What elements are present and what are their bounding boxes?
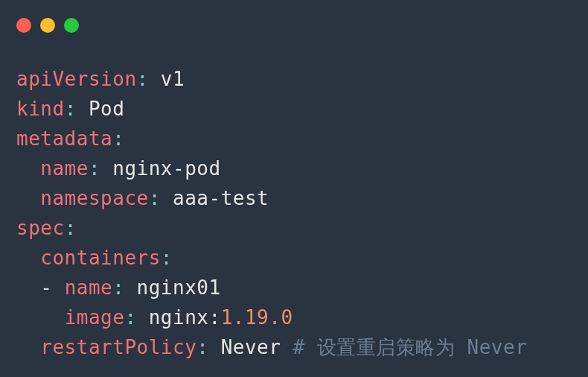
yaml-value-image-name: nginx: — [149, 306, 221, 329]
yaml-key: restartPolicy — [40, 336, 196, 358]
yaml-key: metadata — [16, 127, 112, 150]
code-line: restartPolicy: Never # 设置重启策略为 Never — [16, 332, 572, 362]
yaml-key: image — [65, 306, 125, 329]
yaml-key: spec — [16, 217, 65, 239]
code-line: image: nginx:1.19.0 — [16, 302, 572, 332]
yaml-key: kind — [16, 98, 65, 120]
code-line: apiVersion: v1 — [16, 64, 572, 94]
yaml-value: Pod — [89, 98, 124, 120]
code-line: namespace: aaa-test — [16, 183, 572, 213]
code-line: - name: nginx01 — [16, 273, 572, 302]
code-block: apiVersion: v1kind: Podmetadata: name: n… — [0, 42, 588, 362]
yaml-value-image-version: 1.19.0 — [221, 306, 293, 329]
code-line: kind: Pod — [16, 94, 572, 124]
yaml-key: apiVersion — [16, 68, 137, 90]
minimize-dot-icon[interactable] — [40, 18, 55, 33]
yaml-value: v1 — [161, 68, 185, 90]
code-line: spec: — [16, 213, 572, 243]
yaml-value: nginx-pod — [112, 157, 220, 180]
close-dot-icon[interactable] — [16, 18, 31, 33]
yaml-key: name — [65, 276, 113, 299]
window-titlebar — [0, 0, 588, 42]
yaml-comment: # 设置重启策略为 Never — [293, 336, 528, 358]
yaml-key: containers — [40, 247, 161, 269]
yaml-key: name — [40, 157, 89, 180]
yaml-value: aaa-test — [173, 187, 269, 209]
zoom-dot-icon[interactable] — [64, 18, 79, 33]
code-line: containers: — [16, 243, 572, 273]
code-line: name: nginx-pod — [16, 153, 572, 183]
yaml-value: nginx01 — [137, 276, 221, 299]
code-window: apiVersion: v1kind: Podmetadata: name: n… — [0, 0, 588, 377]
code-line: metadata: — [16, 124, 572, 153]
yaml-key: namespace — [40, 187, 148, 209]
yaml-value: Never — [221, 336, 281, 358]
